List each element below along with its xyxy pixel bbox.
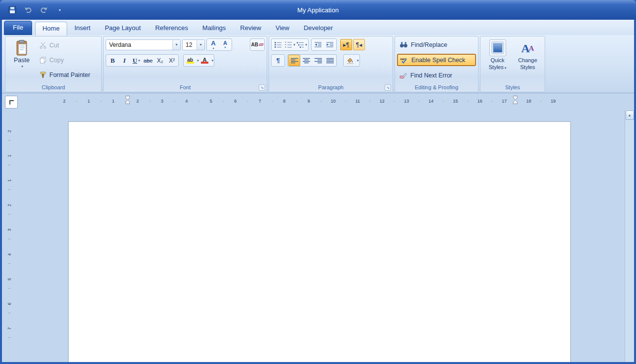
highlight-color-swatch xyxy=(187,62,194,64)
tab-view[interactable]: View xyxy=(269,22,296,35)
qat-more-button[interactable]: ▾ xyxy=(54,4,65,15)
paste-label: Paste xyxy=(14,57,30,64)
paragraph-dialog-launcher[interactable]: ↘ xyxy=(385,84,391,91)
numbering-button[interactable]: ▾ xyxy=(284,39,296,50)
shrink-font-icon: A xyxy=(223,40,227,46)
tab-review[interactable]: Review xyxy=(233,22,268,35)
left-indent-marker[interactable] xyxy=(125,96,130,104)
strikethrough-button[interactable]: abe xyxy=(142,55,154,66)
shading-button[interactable] xyxy=(344,55,356,66)
ruler-tick: · xyxy=(168,99,181,104)
ruler-tick: · xyxy=(315,99,327,104)
cut-button[interactable]: Cut xyxy=(38,39,99,51)
superscript-button[interactable]: X² xyxy=(166,55,178,66)
tab-selector-button[interactable] xyxy=(5,96,18,109)
font-size-value: 12 xyxy=(186,41,192,48)
redo-icon xyxy=(40,6,48,14)
paragraph-rtl-icon: ¶◂ xyxy=(356,41,362,48)
shading-dropdown-icon[interactable]: ▾ xyxy=(357,59,359,63)
save-icon xyxy=(8,6,16,14)
align-right-button[interactable] xyxy=(312,55,324,66)
font-name-combo[interactable]: Verdana ▾ xyxy=(106,39,181,50)
ruler-tick: · xyxy=(241,99,254,104)
tab-mailings[interactable]: Mailings xyxy=(196,22,233,35)
undo-button[interactable] xyxy=(23,4,34,15)
align-left-button[interactable] xyxy=(288,55,300,66)
quick-styles-dropdown-icon[interactable]: ▾ xyxy=(505,66,507,70)
right-to-left-button[interactable]: ¶◂ xyxy=(353,39,365,50)
clear-formatting-button[interactable]: AB xyxy=(251,39,264,50)
right-indent-marker[interactable] xyxy=(513,96,517,104)
font-dialog-launcher[interactable]: ↘ xyxy=(259,84,265,91)
underline-dropdown-icon[interactable]: ▾ xyxy=(138,59,140,63)
eraser-pen-icon xyxy=(399,72,407,79)
tab-page-layout[interactable]: Page Layout xyxy=(98,22,148,35)
multilevel-dropdown-icon[interactable]: ▾ xyxy=(305,43,307,47)
format-painter-button[interactable]: Format Painter xyxy=(38,69,99,81)
ruler-tick: · xyxy=(388,99,400,104)
tab-file[interactable]: File xyxy=(4,21,32,35)
tab-home[interactable]: Home xyxy=(35,22,67,36)
tab-insert[interactable]: Insert xyxy=(68,22,98,35)
grow-font-button[interactable]: A ▴ xyxy=(207,39,219,50)
find-next-error-button[interactable]: Find Next Error xyxy=(397,69,476,81)
scroll-up-button[interactable]: ▲ xyxy=(626,110,634,120)
multilevel-list-icon xyxy=(296,41,304,48)
redo-button[interactable] xyxy=(39,4,49,15)
enable-spell-check-toggle[interactable]: ABC Enable Spell Check xyxy=(397,54,476,66)
ruler-mark: 1– xyxy=(8,172,10,197)
ruler-mark: 7– xyxy=(8,320,10,345)
increase-indent-button[interactable] xyxy=(324,39,336,50)
ruler-tick: · xyxy=(413,99,425,104)
numbering-dropdown-icon[interactable]: ▾ xyxy=(293,43,295,47)
bold-button[interactable]: B xyxy=(107,55,119,66)
vertical-scrollbar[interactable]: ▲ xyxy=(625,110,634,362)
ruler-tick: · xyxy=(217,99,230,104)
font-color-button[interactable]: A xyxy=(199,55,211,66)
font-size-dropdown-icon[interactable]: ▾ xyxy=(197,40,204,50)
change-styles-button[interactable]: AA Change Styles xyxy=(514,38,542,83)
bullets-button[interactable] xyxy=(272,39,284,50)
quick-styles-button[interactable]: Quick Styles▾ xyxy=(483,38,512,83)
style-gallery-icon xyxy=(489,39,506,56)
align-center-button[interactable] xyxy=(300,55,312,66)
subscript-button[interactable]: X₂ xyxy=(154,55,166,66)
font-color-dropdown-icon[interactable]: ▾ xyxy=(212,59,214,63)
find-replace-button[interactable]: Find/Replace xyxy=(397,38,476,51)
ruler-mark: 6 xyxy=(230,99,242,104)
paint-bucket-icon xyxy=(346,57,354,64)
left-to-right-button[interactable]: ▸¶ xyxy=(340,39,352,50)
document-page[interactable] xyxy=(68,121,571,362)
paste-button[interactable]: Paste ▾ xyxy=(7,38,36,83)
highlight-dropdown-icon[interactable]: ▾ xyxy=(197,59,199,63)
ruler-tick: · xyxy=(193,99,205,104)
quick-styles-label-1: Quick xyxy=(490,57,504,64)
clipboard-group-label: Clipboard xyxy=(5,83,101,92)
italic-button[interactable]: I xyxy=(119,55,130,66)
shrink-font-button[interactable]: A ▾ xyxy=(219,39,231,50)
title-bar: ▾ My Application xyxy=(0,0,636,20)
double-a-icon: AA xyxy=(521,39,534,57)
change-styles-label-1: Change xyxy=(518,57,537,64)
copy-button[interactable]: Copy xyxy=(38,54,99,66)
tab-references[interactable]: References xyxy=(148,22,195,35)
justify-button[interactable] xyxy=(324,55,336,66)
scissors-icon xyxy=(40,42,46,49)
underline-button[interactable]: U ▾ xyxy=(130,55,142,66)
lines-justify-icon xyxy=(326,58,334,64)
save-button[interactable] xyxy=(7,4,18,15)
group-editing-proofing: Find/Replace ABC Enable Spell Check Find… xyxy=(395,36,478,92)
change-styles-label-2: Styles xyxy=(520,64,535,71)
show-marks-button[interactable]: ¶ xyxy=(272,55,284,66)
multilevel-list-button[interactable]: ▾ xyxy=(296,39,308,50)
font-size-combo[interactable]: 12 ▾ xyxy=(182,39,205,50)
group-paragraph: ▾ ▾ xyxy=(269,36,393,92)
decrease-indent-button[interactable] xyxy=(312,39,324,50)
highlight-color-button[interactable]: ab xyxy=(184,55,196,66)
tab-developer[interactable]: Developer xyxy=(297,22,340,35)
tab-stop-icon xyxy=(9,100,14,105)
font-name-dropdown-icon[interactable]: ▾ xyxy=(172,40,180,50)
align-right-icon xyxy=(315,58,322,64)
chevron-down-icon: ▾ xyxy=(59,8,61,12)
ruler-mark: 3– xyxy=(8,221,10,246)
